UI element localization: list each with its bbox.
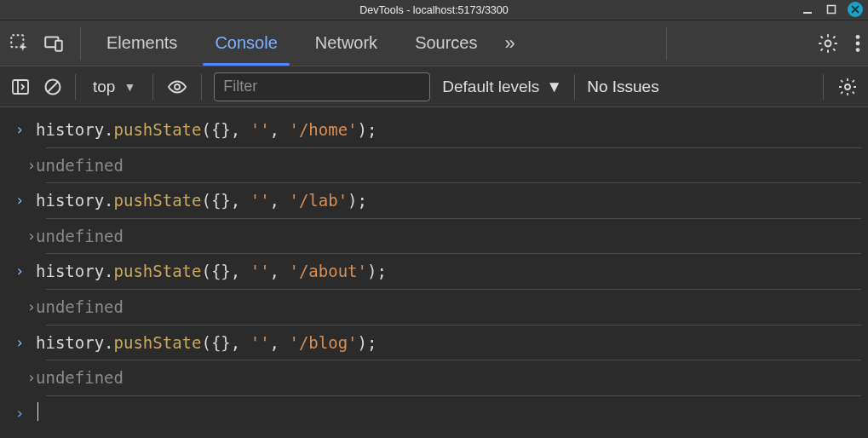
console-input-row: ›history.pushState({}, '', '/home'); — [0, 112, 868, 147]
console-input-row: ›history.pushState({}, '', '/about'); — [0, 254, 868, 289]
log-levels-selector[interactable]: Default levels ▼ — [442, 78, 562, 96]
device-toolbar-icon[interactable] — [43, 32, 65, 55]
svg-rect-0 — [803, 12, 812, 14]
text-caret — [37, 402, 38, 421]
live-expression-icon[interactable] — [165, 77, 189, 97]
console-return-value: undefined — [36, 225, 124, 248]
console-return-value: undefined — [36, 366, 124, 389]
return-arrow-icon: ‹ — [15, 366, 36, 389]
more-tabs-icon[interactable]: » — [497, 32, 524, 55]
console-input-row: ›history.pushState({}, '', '/blog'); — [0, 326, 868, 360]
input-arrow-icon: › — [15, 260, 36, 282]
execution-context-selector[interactable]: top ▼ — [88, 78, 141, 96]
return-arrow-icon: ‹ — [15, 296, 36, 318]
console-code: history.pushState({}, '', '/about'); — [36, 260, 387, 283]
svg-line-12 — [48, 82, 58, 92]
console-return-row: ‹undefined — [0, 360, 868, 395]
svg-point-7 — [856, 41, 860, 45]
svg-rect-4 — [55, 40, 62, 50]
tab-elements[interactable]: Elements — [88, 20, 196, 66]
window-title: DevTools - localhost:5173/3300 — [359, 4, 508, 16]
input-arrow-icon: › — [15, 189, 36, 211]
svg-point-13 — [175, 84, 180, 89]
tab-network[interactable]: Network — [296, 20, 396, 66]
svg-point-6 — [856, 35, 860, 39]
console-return-row: ‹undefined — [0, 290, 868, 325]
console-return-value: undefined — [36, 296, 124, 319]
console-return-row: ‹undefined — [0, 148, 868, 183]
console-return-row: ‹undefined — [0, 219, 868, 254]
return-arrow-icon: ‹ — [15, 154, 36, 176]
console-return-value: undefined — [36, 154, 124, 177]
console-input-row: ›history.pushState({}, '', '/lab'); — [0, 183, 868, 218]
input-arrow-icon: › — [15, 118, 36, 141]
tab-console[interactable]: Console — [196, 20, 296, 66]
svg-point-14 — [845, 84, 850, 89]
console-code: history.pushState({}, '', '/home'); — [36, 118, 377, 141]
console-code: history.pushState({}, '', '/lab'); — [36, 189, 367, 212]
svg-rect-9 — [13, 80, 28, 94]
window-controls — [800, 2, 863, 17]
chevron-down-icon: ▼ — [124, 80, 135, 94]
console-filter-input[interactable] — [214, 72, 430, 101]
svg-rect-1 — [828, 6, 836, 14]
console-settings-gear-icon[interactable] — [837, 77, 858, 97]
panel-tabs: ElementsConsoleNetworkSources — [88, 20, 497, 66]
return-arrow-icon: ‹ — [15, 225, 36, 247]
input-arrow-icon: › — [15, 402, 36, 424]
issues-button[interactable]: No Issues — [587, 78, 658, 96]
clear-console-icon[interactable] — [43, 77, 63, 97]
tab-sources[interactable]: Sources — [396, 20, 496, 66]
console-prompt[interactable]: › — [0, 396, 868, 430]
svg-point-8 — [856, 48, 860, 52]
window-close-button[interactable] — [848, 2, 863, 17]
console-toolbar: top ▼ Default levels ▼ No Issues — [0, 66, 868, 107]
console-code: history.pushState({}, '', '/blog'); — [36, 331, 377, 354]
window-minimize-button[interactable] — [800, 2, 815, 17]
console-log: ›history.pushState({}, '', '/home');‹und… — [0, 107, 868, 430]
inspect-element-icon[interactable] — [9, 32, 31, 55]
chevron-down-icon: ▼ — [546, 78, 562, 96]
context-label: top — [93, 78, 115, 96]
kebab-menu-icon[interactable] — [854, 32, 861, 55]
devtools-main-toolbar: ElementsConsoleNetworkSources » — [0, 20, 868, 66]
svg-point-5 — [825, 40, 831, 46]
levels-label: Default levels — [442, 78, 539, 96]
toggle-sidebar-icon[interactable] — [10, 77, 31, 97]
input-arrow-icon: › — [15, 331, 36, 354]
settings-gear-icon[interactable] — [817, 32, 839, 55]
window-maximize-button[interactable] — [824, 2, 839, 17]
window-titlebar: DevTools - localhost:5173/3300 — [0, 0, 868, 20]
